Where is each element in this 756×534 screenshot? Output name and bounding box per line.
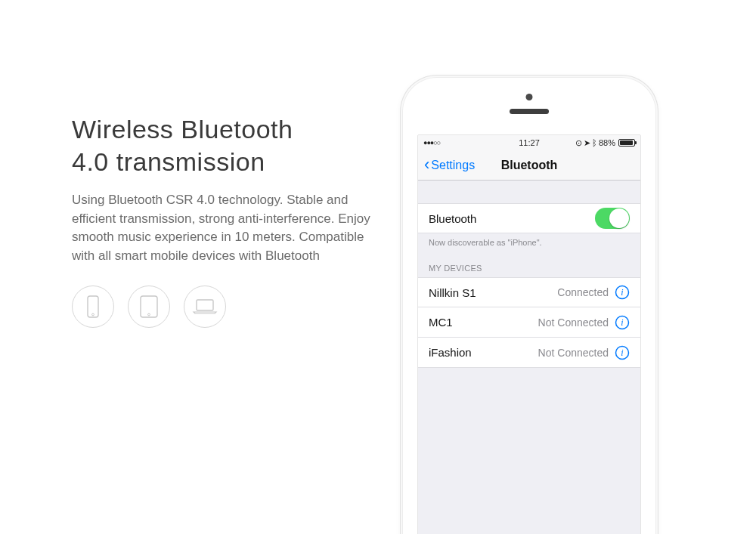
info-icon[interactable]: i [615, 345, 630, 360]
tablet-icon [128, 286, 170, 328]
discoverable-text: Now discoverable as "iPhone". [418, 233, 640, 247]
svg-text:i: i [621, 317, 623, 328]
signal-dots-icon: ●●●○○ [423, 139, 440, 147]
device-row[interactable]: MC1 Not Connected i [418, 307, 640, 338]
svg-rect-0 [88, 296, 98, 317]
status-bar: ●●●○○ 11:27 ⊙ ➤ ᛒ 88% [418, 135, 640, 150]
nav-bar: ‹ Settings Bluetooth [418, 150, 640, 181]
svg-point-1 [92, 313, 94, 316]
info-icon[interactable]: i [615, 315, 630, 330]
device-status: Connected [476, 286, 609, 298]
earpiece-speaker [510, 109, 549, 114]
body-copy: Using Bluetooth CSR 4.0 technology. Stab… [72, 191, 374, 266]
device-name: Nillkin S1 [429, 286, 476, 299]
chevron-left-icon: ‹ [424, 156, 429, 173]
device-icon-row [72, 286, 374, 328]
iphone-body: ●●●○○ 11:27 ⊙ ➤ ᛒ 88% ‹ Settings Bluetoo… [402, 77, 656, 534]
info-icon[interactable]: i [615, 285, 630, 300]
svg-text:i: i [621, 287, 623, 298]
svg-rect-4 [197, 300, 213, 310]
back-button[interactable]: ‹ Settings [424, 158, 475, 173]
iphone-mockup: ●●●○○ 11:27 ⊙ ➤ ᛒ 88% ‹ Settings Bluetoo… [401, 76, 658, 534]
location-icon: ➤ [584, 138, 590, 148]
device-name: iFashion [429, 346, 472, 359]
bluetooth-toggle-row[interactable]: Bluetooth [418, 203, 640, 233]
nav-title: Bluetooth [501, 159, 558, 172]
front-camera [526, 94, 533, 100]
status-time: 11:27 [519, 138, 540, 147]
back-label: Settings [431, 159, 475, 172]
device-row[interactable]: iFashion Not Connected i [418, 338, 640, 368]
phone-screen: ●●●○○ 11:27 ⊙ ➤ ᛒ 88% ‹ Settings Bluetoo… [417, 134, 641, 534]
bluetooth-label: Bluetooth [429, 212, 476, 225]
headline-line2: 4.0 transmission [72, 147, 265, 176]
phone-icon [72, 286, 114, 328]
alarm-icon: ⊙ [575, 138, 582, 148]
devices-header: MY DEVICES [418, 247, 640, 277]
battery-icon [618, 139, 635, 147]
battery-percent: 88% [599, 138, 615, 147]
device-status: Not Connected [453, 316, 609, 329]
marketing-block: Wireless Bluetooth 4.0 transmission Usin… [72, 113, 374, 328]
device-row[interactable]: Nillkin S1 Connected i [418, 277, 640, 307]
bluetooth-icon: ᛒ [592, 138, 597, 147]
device-name: MC1 [429, 316, 453, 329]
headline-line1: Wireless Bluetooth [72, 115, 293, 144]
svg-rect-2 [141, 296, 157, 317]
headline: Wireless Bluetooth 4.0 transmission [72, 113, 374, 177]
svg-point-3 [148, 313, 150, 316]
bluetooth-switch[interactable] [595, 208, 630, 229]
svg-text:i: i [621, 347, 623, 358]
device-status: Not Connected [472, 347, 609, 359]
laptop-icon [184, 286, 226, 328]
settings-scroll[interactable]: Bluetooth Now discoverable as "iPhone". … [418, 181, 640, 534]
